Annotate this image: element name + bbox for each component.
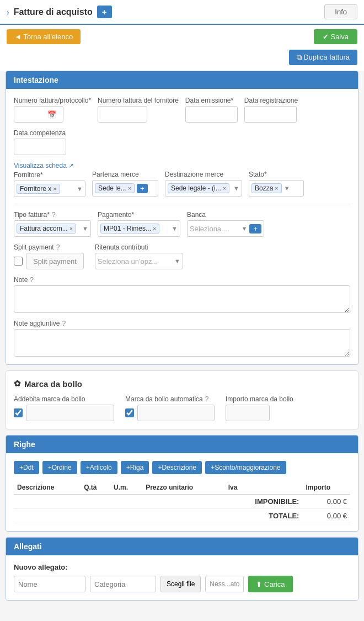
data-registrazione-input[interactable]: 04/04/2020	[244, 106, 297, 123]
note-textarea[interactable]	[14, 285, 350, 313]
note-aggiuntive-group: Note aggiuntive ?	[14, 320, 350, 357]
ritenuta-arrow-icon[interactable]: ▼	[174, 258, 180, 264]
fornitore-select[interactable]: Fornitore x × ▼	[14, 181, 85, 197]
stato-remove-icon[interactable]: ×	[275, 185, 278, 192]
ritenuta-select[interactable]: Seleziona un'opz... ▼	[95, 253, 183, 269]
addebita-input[interactable]: Addebita marca da bollo	[26, 405, 114, 421]
sconto-button[interactable]: +Sconto/maggiorazione	[205, 461, 286, 474]
ordine-button[interactable]: +Ordine	[42, 461, 77, 474]
duplicate-button[interactable]: ⧉ Duplica fattura	[289, 50, 357, 65]
partenza-select[interactable]: Sede le... × +	[92, 180, 158, 197]
pagamento-remove-icon[interactable]: ×	[153, 225, 156, 232]
intestazione-header: Intestazione	[6, 71, 358, 89]
split-payment-group: Split payment ? Split payment	[14, 243, 84, 269]
imponibile-label: IMPONIBILE:	[225, 495, 303, 509]
split-help-icon: ?	[56, 243, 60, 251]
split-payment-button[interactable]: Split payment	[26, 253, 84, 269]
riga-button[interactable]: +Riga	[121, 461, 149, 474]
pagamento-select[interactable]: MP01 - Rimes... × ▼	[98, 220, 180, 237]
col-qta: Q.tà	[81, 481, 110, 495]
top-bar-left: › Fatture di acquisto +	[7, 6, 112, 18]
banca-add-button[interactable]: +	[249, 224, 261, 233]
note-aggiuntive-help-icon: ?	[62, 320, 66, 327]
action-bar: ◄ Torna all'elenco ✔ Salva	[0, 25, 364, 49]
data-registrazione-label: Data registrazione	[244, 97, 298, 104]
data-competenza-input[interactable]: 04/04/2020	[14, 139, 66, 155]
numero-fattura-input[interactable]: 2	[14, 110, 47, 119]
tipo-tag: Fattura accom... ×	[17, 224, 76, 233]
stato-arrow-icon[interactable]: ▼	[284, 185, 290, 192]
back-button[interactable]: ◄ Torna all'elenco	[7, 29, 81, 44]
stato-select[interactable]: Bozza × ▼	[249, 180, 304, 197]
fornitore-tag: Fornitore x ×	[17, 184, 60, 194]
nuovo-allegato-label: Nuovo allegato:	[14, 563, 350, 571]
banca-label: Banca	[187, 211, 264, 219]
articolo-button[interactable]: +Articolo	[81, 461, 117, 474]
data-competenza-group: Data competenza 04/04/2020	[14, 129, 66, 155]
col-prezzo: Prezzo unitario	[142, 481, 225, 495]
fornitore-arrow-icon[interactable]: ▼	[77, 185, 83, 192]
addebita-checkbox[interactable]	[14, 408, 23, 417]
ritenuta-group: Ritenuta contributi Seleziona un'opz... …	[95, 243, 183, 269]
partenza-tag: Sede le... ×	[95, 183, 135, 193]
automatica-checkbox[interactable]	[125, 408, 134, 417]
marca-bollo-icon: ✿	[14, 379, 21, 389]
tipo-help-icon: ?	[52, 211, 56, 219]
tipo-fattura-select[interactable]: Fattura accom... × ▼	[14, 220, 91, 237]
destinazione-label: Destinazione merce	[165, 171, 242, 178]
allegati-section: Allegati Nuovo allegato: Scegli file Nes…	[6, 537, 358, 601]
destinazione-select[interactable]: Sede legale - (i... × ▼	[165, 180, 242, 197]
add-button[interactable]: +	[97, 6, 112, 18]
banca-select[interactable]: Seleziona ... ▼ +	[187, 220, 264, 237]
allegato-categoria-input[interactable]	[90, 576, 156, 592]
pagamento-arrow-icon[interactable]: ▼	[172, 225, 178, 232]
allegato-nome-input[interactable]	[14, 576, 85, 592]
note-aggiuntive-textarea[interactable]	[14, 329, 350, 357]
intestazione-section: Intestazione Numero fattura/protocollo* …	[6, 71, 358, 365]
scegli-file-button[interactable]: Scegli file	[160, 576, 201, 592]
carica-button[interactable]: ⬆ Carica	[248, 576, 292, 592]
automatica-help-icon: ?	[205, 395, 209, 403]
automatica-input[interactable]: Bollo automatico	[137, 405, 215, 421]
pagamento-tag: MP01 - Rimes... ×	[100, 224, 159, 233]
note-label: Note ?	[14, 276, 350, 284]
tipo-arrow-icon[interactable]: ▼	[82, 225, 88, 232]
save-button[interactable]: ✔ Salva	[314, 29, 357, 44]
destinazione-remove-icon[interactable]: ×	[223, 185, 226, 192]
righe-body: +Ddt +Ordine +Articolo +Riga +Descrizion…	[6, 453, 358, 531]
fornitore-label: Fornitore*	[14, 171, 85, 179]
importo-group: Importo marca da bollo 0.00	[226, 395, 293, 421]
importo-input[interactable]: 0.00	[226, 405, 270, 421]
split-payment-checkbox[interactable]	[14, 257, 23, 266]
partenza-remove-icon[interactable]: ×	[128, 185, 131, 192]
partenza-label: Partenza merce	[92, 171, 158, 178]
righe-table: Descrizione Q.tà U.m. Prezzo unitario Iv…	[14, 481, 350, 523]
allegati-row: Scegli file Ness...ato ⬆ Carica	[14, 576, 350, 592]
stato-label: Stato*	[249, 171, 304, 178]
numero-fornitore-input[interactable]: 32	[98, 106, 147, 123]
data-competenza-label: Data competenza	[14, 129, 66, 137]
fornitore-group: Visualizza scheda ↗ Fornitore* Fornitore…	[14, 162, 85, 197]
calendar-icon[interactable]: 📅	[47, 110, 58, 119]
stato-tag: Bozza ×	[251, 183, 282, 193]
fornitore-remove-icon[interactable]: ×	[53, 185, 56, 192]
file-name-display: Ness...ato	[205, 576, 244, 592]
descrizione-button[interactable]: +Descrizione	[152, 461, 202, 474]
visualizza-scheda-link[interactable]: Visualizza scheda ↗	[14, 162, 85, 169]
pagamento-group: Pagamento* MP01 - Rimes... × ▼	[98, 211, 180, 237]
data-emissione-input[interactable]: 04/04/2020	[185, 106, 238, 123]
top-bar: › Fatture di acquisto + Info	[0, 0, 364, 25]
totale-label: TOTALE:	[225, 509, 303, 523]
banca-arrow-icon[interactable]: ▼	[242, 225, 248, 232]
info-button[interactable]: Info	[324, 4, 357, 19]
ddt-button[interactable]: +Ddt	[14, 461, 39, 474]
page-title: Fatture di acquisto	[14, 7, 93, 17]
addebita-group: Addebita marca da bollo Addebita marca d…	[14, 395, 114, 421]
partenza-add-button[interactable]: +	[137, 184, 148, 193]
intestazione-body: Numero fattura/protocollo* 2 📅 Numero fa…	[6, 89, 358, 364]
pagamento-label: Pagamento*	[98, 211, 180, 219]
tipo-remove-icon[interactable]: ×	[69, 225, 73, 232]
ritenuta-placeholder: Seleziona un'opz...	[98, 257, 174, 266]
destinazione-arrow-icon[interactable]: ▼	[233, 185, 239, 192]
marca-bollo-title: ✿ Marca da bollo	[14, 379, 350, 389]
